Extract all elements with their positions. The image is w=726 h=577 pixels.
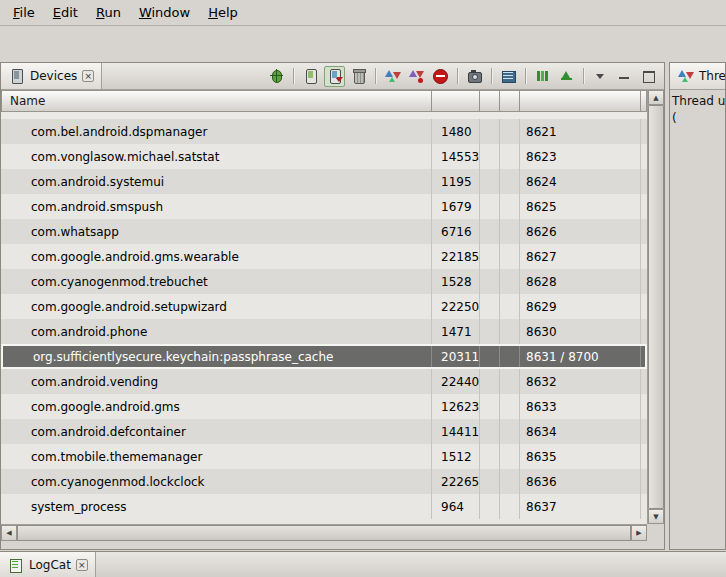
process-col4: [500, 419, 520, 444]
menu-window[interactable]: Window: [130, 2, 199, 23]
process-port: 8630: [520, 319, 641, 344]
column-header-col4[interactable]: [500, 90, 520, 112]
process-pid: 1195: [432, 169, 480, 194]
horizontal-scroll-thumb[interactable]: [17, 525, 631, 541]
table-row[interactable]: com.google.android.gms126238633: [1, 394, 647, 419]
dump-hprof-button[interactable]: [324, 66, 345, 87]
process-col4: [500, 119, 520, 144]
tab-logcat[interactable]: LogCat ×: [0, 552, 96, 577]
menu-file[interactable]: File: [4, 2, 44, 23]
devices-tabbar: Devices ×: [1, 63, 664, 90]
process-col3: [480, 494, 500, 519]
column-header-name[interactable]: Name: [1, 90, 432, 112]
maximize-icon: [640, 68, 657, 84]
method-profiling-button[interactable]: [406, 66, 427, 87]
horizontal-scrollbar[interactable]: ◀ ▶: [1, 524, 647, 541]
table-row[interactable]: com.android.phone14718630: [1, 319, 647, 344]
process-name: com.google.android.gms.wearable: [1, 244, 432, 269]
process-name: com.vonglasow.michael.satstat: [1, 144, 432, 169]
toolbar-separator: [457, 68, 458, 84]
column-header-col3[interactable]: [480, 90, 500, 112]
column-header-port[interactable]: [520, 90, 641, 112]
process-pid: 20311: [432, 346, 480, 367]
process-col4: [500, 494, 520, 519]
hierarchy-view-button[interactable]: [556, 66, 577, 87]
process-pid: 6716: [432, 219, 480, 244]
process-col4: [500, 219, 520, 244]
tab-devices[interactable]: Devices ×: [1, 63, 102, 89]
process-pid: 1679: [432, 194, 480, 219]
maximize-button[interactable]: [638, 66, 659, 87]
vertical-scroll-thumb[interactable]: [648, 105, 664, 509]
scroll-right-button[interactable]: ▶: [631, 525, 647, 541]
process-port: 8624: [520, 169, 641, 194]
debug-process-button[interactable]: [266, 66, 287, 87]
menu-edit[interactable]: Edit: [44, 2, 87, 23]
process-col3: [480, 369, 500, 394]
toolbar-strip: [0, 26, 726, 61]
process-port: 8625: [520, 194, 641, 219]
table-row[interactable]: com.vonglasow.michael.satstat145538623: [1, 144, 647, 169]
scroll-up-button[interactable]: ▲: [648, 90, 664, 105]
table-row[interactable]: com.whatsapp67168626: [1, 219, 647, 244]
vertical-scrollbar[interactable]: ▲ ▼: [647, 90, 664, 524]
table-row[interactable]: com.android.systemui11958624: [1, 169, 647, 194]
sysinfo-button[interactable]: [532, 66, 553, 87]
table-row[interactable]: com.cyanogenmod.trebuchet15288628: [1, 269, 647, 294]
process-pid: 964: [432, 494, 480, 519]
process-port: 8626: [520, 219, 641, 244]
process-col4: [500, 294, 520, 319]
screen-capture-button[interactable]: [464, 66, 485, 87]
screen-capture-icon: [466, 68, 483, 84]
hierarchy-view-icon: [558, 68, 575, 84]
threads-panel: Threa Thread up (: [669, 62, 726, 550]
device-rows: com.bel.android.dspmanager14808621com.vo…: [1, 112, 647, 524]
table-row[interactable]: com.tmobile.thememanager15128635: [1, 444, 647, 469]
process-name: com.cyanogenmod.lockclock: [1, 469, 432, 494]
table-row-selected[interactable]: org.sufficientlysecure.keychain:passphra…: [1, 344, 647, 369]
process-pid: 1528: [432, 269, 480, 294]
menu-run[interactable]: Run: [87, 2, 130, 23]
logcat-tab-close-icon[interactable]: ×: [76, 559, 88, 571]
process-name: com.cyanogenmod.trebuchet: [1, 269, 432, 294]
table-row[interactable]: com.google.android.setupwizard222508629: [1, 294, 647, 319]
devices-table: Name com.bel.android.dspmanager14808621c…: [1, 90, 664, 549]
table-row[interactable]: com.bel.android.dspmanager14808621: [1, 119, 647, 144]
update-heap-icon: [302, 68, 319, 84]
toolbar-separator: [583, 68, 584, 84]
table-row[interactable]: com.cyanogenmod.lockclock222658636: [1, 469, 647, 494]
cause-gc-button[interactable]: [348, 66, 369, 87]
scroll-up-icon: ▲: [653, 94, 658, 102]
process-port: 8627: [520, 244, 641, 269]
devices-tab-close-icon[interactable]: ×: [82, 70, 94, 82]
table-row[interactable]: com.android.vending224408632: [1, 369, 647, 394]
logcat-tab-label: LogCat: [29, 558, 71, 572]
table-row[interactable]: com.android.smspush16798625: [1, 194, 647, 219]
update-threads-button[interactable]: [382, 66, 403, 87]
view-menu-button[interactable]: [590, 66, 611, 87]
process-name: com.android.vending: [1, 369, 432, 394]
scroll-right-icon: ▶: [636, 529, 641, 537]
process-name: com.tmobile.thememanager: [1, 444, 432, 469]
capture-video-button[interactable]: [498, 66, 519, 87]
threads-tab-icon: [677, 68, 694, 84]
stop-process-button[interactable]: [430, 66, 451, 87]
process-col3: [480, 346, 500, 367]
table-row[interactable]: com.google.android.gms.wearable221858627: [1, 244, 647, 269]
scroll-left-button[interactable]: ◀: [1, 525, 17, 541]
devices-panel: Devices × Name com.bel.android.dspmanage…: [0, 62, 665, 550]
dump-hprof-icon: [326, 68, 343, 84]
table-row[interactable]: system_process9648637: [1, 494, 647, 519]
menu-help[interactable]: Help: [199, 2, 247, 23]
minimize-button[interactable]: [614, 66, 635, 87]
scroll-down-button[interactable]: ▼: [648, 509, 664, 524]
sysinfo-icon: [534, 68, 551, 84]
update-heap-button[interactable]: [300, 66, 321, 87]
process-port: 8628: [520, 269, 641, 294]
table-row[interactable]: com.android.defcontainer144118634: [1, 419, 647, 444]
tab-threads[interactable]: Threa: [670, 63, 726, 89]
process-name: com.whatsapp: [1, 219, 432, 244]
column-header-pid[interactable]: [432, 90, 480, 112]
devices-tab-icon: [8, 68, 25, 84]
process-col3: [480, 144, 500, 169]
